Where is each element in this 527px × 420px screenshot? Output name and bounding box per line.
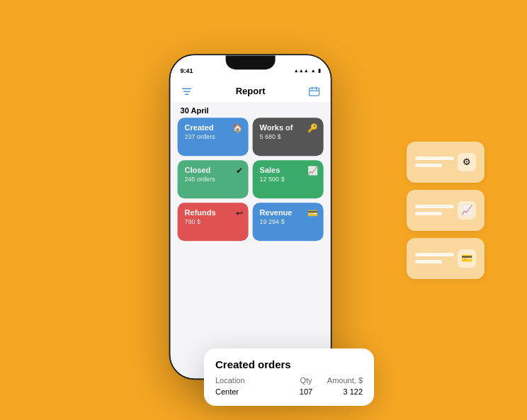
sales-card-icon: 📈 — [307, 166, 318, 176]
popup-table: Location Qty Amount, $ Center 107 3 122 — [215, 376, 363, 396]
side-card-line-long-3 — [415, 253, 454, 256]
stat-card-closed[interactable]: ✔ Closed 245 orders — [178, 160, 249, 198]
stats-grid: 🏠 Created 237 orders 🔑 Works of 5 680 $ … — [171, 118, 331, 241]
side-card-settings[interactable]: ⚙ — [407, 142, 484, 183]
revenue-card-icon: 💳 — [307, 208, 318, 218]
works-card-value: 5 680 $ — [260, 133, 317, 140]
side-card-chart[interactable]: 📈 — [407, 190, 484, 231]
side-card-line-long — [415, 157, 454, 160]
revenue-card-value: 19 294 $ — [260, 218, 317, 225]
phone-notch — [226, 55, 276, 69]
signal-icon: ▲▲▲ — [294, 68, 309, 73]
side-card-line-short-2 — [415, 212, 442, 215]
popup-table-header: Location Qty Amount, $ — [215, 376, 363, 385]
right-side-cards: ⚙ 📈 💳 — [407, 142, 484, 279]
stat-card-refunds[interactable]: ↩ Refunds 780 $ — [178, 203, 249, 241]
stat-card-created[interactable]: 🏠 Created 237 orders — [178, 118, 249, 156]
payment-icon: 💳 — [458, 249, 476, 268]
calendar-icon[interactable] — [308, 85, 321, 98]
refunds-card-icon: ↩ — [236, 208, 243, 218]
scene: 9:41 ▲▲▲ ▲ ▮ Report — [0, 0, 527, 420]
wifi-icon: ▲ — [311, 68, 316, 73]
header-qty: Qty — [292, 376, 320, 385]
row-location: Center — [215, 387, 292, 396]
phone-nav: Report — [171, 81, 331, 102]
row-qty: 107 — [292, 387, 320, 396]
header-amount: Amount, $ — [320, 376, 363, 385]
closed-card-icon: ✔ — [236, 166, 243, 176]
closed-card-title: Closed — [185, 166, 242, 174]
popup-title: Created orders — [215, 358, 363, 370]
side-card-lines — [415, 157, 454, 167]
nav-title: Report — [236, 86, 266, 96]
status-icons: ▲▲▲ ▲ ▮ — [294, 68, 321, 74]
svg-rect-3 — [310, 88, 319, 96]
created-card-icon: 🏠 — [232, 123, 243, 133]
side-card-line-short-3 — [415, 260, 442, 263]
stat-card-sales[interactable]: 📈 Sales 12 500 $ — [253, 160, 324, 198]
settings-icon: ⚙ — [458, 153, 476, 171]
filter-icon[interactable] — [181, 85, 193, 98]
row-amount: 3 122 — [320, 387, 363, 396]
table-row: Center 107 3 122 — [215, 387, 363, 396]
side-card-line-short — [415, 164, 442, 167]
header-location: Location — [215, 376, 292, 385]
works-card-icon: 🔑 — [307, 123, 318, 133]
popup-card: Created orders Location Qty Amount, $ Ce… — [204, 348, 374, 406]
phone: 9:41 ▲▲▲ ▲ ▮ Report — [169, 54, 332, 380]
battery-icon: ▮ — [318, 68, 321, 74]
refunds-card-title: Refunds — [185, 208, 242, 217]
stat-card-works[interactable]: 🔑 Works of 5 680 $ — [253, 118, 324, 156]
stat-card-revenue[interactable]: 💳 Revenue 19 294 $ — [253, 203, 324, 241]
refunds-card-value: 780 $ — [185, 218, 242, 225]
side-card-line-long-2 — [415, 205, 454, 208]
created-card-value: 237 orders — [185, 133, 242, 140]
chart-icon: 📈 — [458, 201, 476, 220]
closed-card-value: 245 orders — [185, 176, 242, 183]
side-card-lines-3 — [415, 253, 454, 263]
side-card-payment[interactable]: 💳 — [407, 238, 484, 279]
status-time: 9:41 — [181, 67, 193, 74]
side-card-lines-2 — [415, 205, 454, 215]
report-date: 30 April — [171, 102, 331, 118]
sales-card-value: 12 500 $ — [260, 176, 317, 183]
phone-inner: 9:41 ▲▲▲ ▲ ▮ Report — [171, 55, 331, 378]
